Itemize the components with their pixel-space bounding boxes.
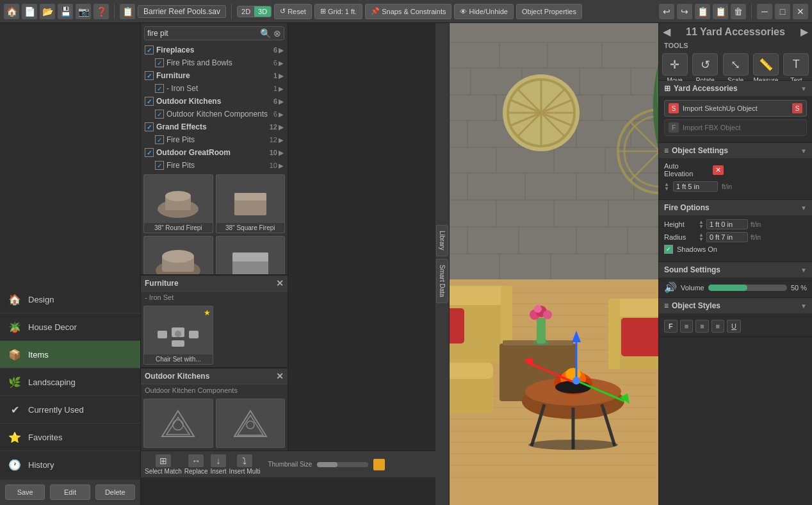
replace-btn[interactable]: ↔ Replace [184,454,208,475]
check-outdoor-kitchens[interactable]: ✓ [145,97,154,106]
save-button[interactable]: Save [5,484,45,500]
category-outdoor-kitchens[interactable]: ✓ Outdoor Kitchens 6 ▶ [141,95,288,108]
check-fireplaces[interactable]: ✓ [145,46,154,54]
text-tool[interactable]: T Text [783,53,809,84]
import-fbx-btn[interactable]: F Import FBX Object [664,119,807,136]
viewport[interactable] [450,23,658,505]
thumb-48-round[interactable]: 48" Round Firepi [143,236,213,274]
check-iron-set[interactable]: ✓ [155,84,164,93]
doc-icon[interactable]: 📋 [120,4,135,19]
copy-icon[interactable]: 📋 [695,4,710,19]
furniture-close-btn[interactable]: ✕ [276,278,284,288]
paste-icon[interactable]: 📋 [713,4,728,19]
open-icon[interactable]: 📂 [40,4,55,19]
insert-btn[interactable]: ↓ Insert [211,454,227,475]
object-styles-collapse[interactable]: ▼ [800,302,807,310]
style-underline-btn[interactable]: U [727,320,741,333]
category-fire-pits-bowls[interactable]: ✓ Fire Pits and Bowls 6 ▶ [141,56,288,69]
yard-accessories-header[interactable]: ⊞ Yard Accessories ▼ [659,81,812,96]
nav-house-decor[interactable]: 🪴 House Decor [0,313,140,341]
nav-currently-used[interactable]: ✔ Currently Used [0,396,140,424]
nav-items[interactable]: 📦 Items [0,341,140,368]
close-icon[interactable]: ✕ [793,4,808,19]
check-fire-pits-bowls[interactable]: ✓ [155,58,164,67]
import-sketchup-btn[interactable]: S Import SketchUp Object S [664,100,807,117]
btn-3d[interactable]: 3D [254,6,271,17]
height-spinner[interactable]: ▲▼ [699,220,704,229]
fire-options-collapse[interactable]: ▼ [800,204,807,211]
category-iron-set[interactable]: ✓ - Iron Set 1 ▶ [141,82,288,95]
edit-button[interactable]: Edit [50,484,90,500]
maximize-icon[interactable]: □ [775,4,790,19]
nav-prev-icon[interactable]: ◀ [663,26,670,38]
home-icon[interactable]: 🏠 [4,4,19,19]
sound-settings-header[interactable]: Sound Settings ▼ [659,262,812,277]
thumb-size-slider[interactable] [317,462,368,467]
elevation-input[interactable] [673,181,718,192]
yard-accessories-collapse[interactable]: ▼ [800,85,807,92]
hide-btn[interactable]: 👁 Hide/Unhide [454,4,514,19]
undo-icon[interactable]: ↩ [659,4,674,19]
redo-icon[interactable]: ↪ [677,4,692,19]
thumb-38-round[interactable]: 38" Round Firepi [143,174,213,233]
nav-design[interactable]: 🏠 Design [0,286,140,313]
reset-btn[interactable]: ↺ Reset [274,4,312,19]
auto-elevation-x-btn[interactable]: ✕ [713,165,724,175]
object-settings-header[interactable]: ≡ Object Settings ▼ [659,143,812,158]
thumb-38-square[interactable]: 38" Square Firepi [216,174,286,233]
nav-history[interactable]: 🕐 History [0,451,140,479]
search-icon[interactable]: 🔍 [260,28,271,38]
check-fire-pits-g[interactable]: ✓ [155,135,164,144]
object-props-btn[interactable]: Object Properties [516,4,582,19]
delete-top-icon[interactable]: 🗑 [731,4,746,19]
style-right-btn[interactable]: ≡ [711,320,724,333]
thumb-color-box[interactable] [373,459,385,470]
style-left-btn[interactable]: ≡ [680,320,693,333]
category-fire-pits-og[interactable]: ✓ Fire Pits 10 ▶ [141,159,288,172]
check-grand-effects[interactable]: ✓ [145,122,154,131]
category-fireplaces[interactable]: ✓ Fireplaces 6 ▶ [141,44,288,56]
clear-search-icon[interactable]: ⊗ [273,28,281,38]
grid-btn[interactable]: ⊞ Grid: 1 ft. [314,4,362,19]
category-fire-pits-g[interactable]: ✓ Fire Pits 12 ▶ [141,133,288,146]
help-icon[interactable]: ❓ [93,4,109,19]
speaker-icon[interactable]: 🔊 [664,281,677,294]
object-settings-collapse[interactable]: ▼ [800,147,807,154]
furniture-section-header[interactable]: Furniture ✕ [141,276,288,292]
check-outdoor-greatroom[interactable]: ✓ [145,148,154,157]
thumb-48-square[interactable]: 48" Square I... [216,236,286,274]
measure-tool[interactable]: 📏 Measure [752,53,779,84]
btn-2d[interactable]: 2D [238,6,254,17]
shadows-check[interactable]: ✓ [664,245,673,254]
check-furniture[interactable]: ✓ [145,71,154,80]
new-icon[interactable]: 📄 [22,4,37,19]
delete-button[interactable]: Delete [95,484,135,500]
outdoor-kitchens-close-btn[interactable]: ✕ [276,371,284,381]
volume-slider[interactable] [708,285,787,291]
style-center-btn[interactable]: ≡ [695,320,708,333]
category-outdoor-greatroom[interactable]: ✓ Outdoor GreatRoom 10 ▶ [141,146,288,159]
minimize-icon[interactable]: ─ [757,4,772,19]
library-tab[interactable]: Library [436,225,448,256]
thumb-outdoor-1[interactable] [143,399,213,448]
nav-landscaping[interactable]: 🌿 Landscaping [0,368,140,396]
category-outdoor-kitchen-comp[interactable]: ✓ Outdoor Kitchen Components 6 ▶ [141,108,288,120]
snaps-btn[interactable]: 📌 Snaps & Constraints [365,4,451,19]
check-outdoor-kitchen-comp[interactable]: ✓ [155,110,164,119]
sound-settings-collapse[interactable]: ▼ [800,267,807,274]
thumb-outdoor-2[interactable] [216,399,286,448]
scale-tool[interactable]: ⤡ Scale [722,53,749,84]
outdoor-kitchens-section-header[interactable]: Outdoor Kitchens ✕ [141,368,288,385]
camera-icon[interactable]: 📷 [76,4,91,19]
thumb-chair-set[interactable]: ★ Chair Set with... [143,306,213,365]
radius-input[interactable] [706,232,748,242]
style-bold-btn[interactable]: F [664,320,678,333]
rotate-tool[interactable]: ↺ Rotate [692,53,718,84]
object-styles-header[interactable]: ≡ Object Styles ▼ [659,298,812,313]
save-icon[interactable]: 💾 [58,4,73,19]
check-fire-pits-og[interactable]: ✓ [155,161,164,170]
elevation-spinner[interactable]: ▲▼ [664,182,669,191]
insert-multi-btn[interactable]: ⤵ Insert Multi [229,454,261,475]
height-input[interactable] [706,219,748,229]
category-furniture[interactable]: ✓ Furniture 1 ▶ [141,69,288,82]
